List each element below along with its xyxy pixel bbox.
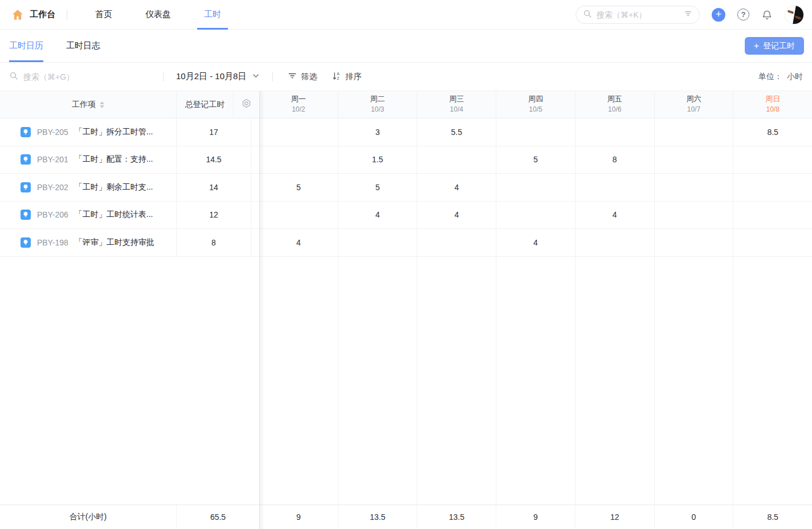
sort-button[interactable]: A Z 排序 [332,71,361,83]
item-code: PBY-205 [37,128,68,137]
hour-cell[interactable] [733,146,812,174]
filter-label: 筛选 [301,72,317,82]
hour-cell[interactable] [496,202,576,229]
hour-cell[interactable]: 5 [338,174,418,201]
sort-az-icon: A Z [332,71,341,83]
day-name: 周一 [291,94,306,105]
work-item-cell[interactable]: PBY-198 「评审」工时支持审批 [0,229,177,256]
hour-cell[interactable] [496,118,576,146]
hour-cell[interactable]: 3 [338,118,418,146]
hour-cell[interactable] [417,146,496,174]
hour-cell[interactable]: 4 [576,202,655,229]
total-column-label: 总登记工时 [185,100,225,110]
day-column-header: 周六 10/7 [655,91,734,118]
top-bar: 工作台 首页 仪表盘 工时 + ? [0,0,812,30]
search-filter-icon[interactable] [684,9,692,20]
toolbar-divider [272,72,273,81]
day-name: 周三 [449,94,464,105]
nav-item-worktime[interactable]: 工时 [201,0,225,30]
day-column-header-sunday: 周日 10/8 [733,91,812,118]
item-title: 「工时」拆分工时管... [75,127,153,137]
row-total-cell: 12 [177,202,251,229]
hour-cell[interactable] [655,174,734,201]
hour-cell[interactable]: 1.5 [338,146,418,174]
date-range-label: 10月2日 - 10月8日 [176,71,246,82]
nav-item-dashboard[interactable]: 仪表盘 [142,0,174,30]
work-item-cell[interactable]: PBY-201 「工时」配置：支持... [0,146,177,174]
tab-worktime-calendar[interactable]: 工时日历 [9,30,43,62]
hour-cell[interactable] [733,229,812,256]
footer-day-total: 12 [576,505,655,529]
empty-day-column [417,257,496,505]
global-search-box[interactable] [576,6,700,24]
hour-cell[interactable] [655,118,734,146]
column-header-item[interactable]: 工作项 [0,91,177,118]
hour-cell[interactable] [733,202,812,229]
user-avatar[interactable] [785,5,804,24]
hour-cell[interactable]: 4 [496,229,576,256]
spacer [251,174,259,201]
home-icon[interactable] [11,9,24,21]
hour-cell[interactable]: 4 [417,202,496,229]
filter-icon [288,71,297,82]
work-item-cell[interactable]: PBY-206 「工时」工时统计表... [0,202,177,229]
day-name: 周六 [686,94,701,105]
global-search-input[interactable] [597,10,679,19]
nav-item-home[interactable]: 首页 [92,0,116,30]
hour-cell[interactable] [496,174,576,201]
work-item-cell[interactable]: PBY-202 「工时」剩余工时支... [0,174,177,201]
hour-cell[interactable] [733,174,812,201]
hour-cell[interactable] [576,229,655,256]
footer-day-total: 13.5 [338,505,418,529]
footer-day-total: 9 [496,505,576,529]
item-title: 「评审」工时支持审批 [75,237,154,248]
hour-cell[interactable]: 4 [338,202,418,229]
workspace-switcher[interactable]: 工作台 [30,9,55,20]
hour-cell[interactable]: 8 [576,146,655,174]
day-date: 10/6 [608,105,621,114]
hour-cell[interactable] [338,229,418,256]
footer-grand-total: 65.5 [177,505,259,529]
register-hours-label: 登记工时 [763,41,795,51]
hour-cell[interactable]: 5 [496,146,576,174]
filter-button[interactable]: 筛选 [288,71,317,82]
hour-cell[interactable]: 5 [259,174,338,201]
row-total-cell: 8 [177,229,251,256]
item-title: 「工时」剩余工时支... [75,182,153,192]
hour-cell[interactable] [259,202,338,229]
hour-cell[interactable] [576,118,655,146]
empty-day-column [655,257,734,505]
toolbar-left: 10月2日 - 10月8日 筛选 A Z [9,71,361,83]
hour-cell[interactable] [417,229,496,256]
table-row: PBY-198 「评审」工时支持审批 8 4 4 [0,229,812,257]
day-name: 周五 [607,94,622,105]
hour-cell[interactable] [655,229,734,256]
column-settings-button[interactable] [234,91,259,118]
hour-cell[interactable]: 8.5 [733,118,812,146]
register-hours-button[interactable]: + 登记工时 [745,37,804,55]
work-item-cell[interactable]: PBY-205 「工时」拆分工时管... [0,118,177,146]
hour-cell[interactable] [259,118,338,146]
notifications-bell-icon[interactable] [761,9,773,20]
toolbar-right: 单位： 小时 [758,72,803,82]
hour-cell[interactable] [655,202,734,229]
create-button[interactable]: + [712,8,725,22]
empty-day-column [733,257,812,505]
empty-day-column [338,257,418,505]
hour-cell[interactable]: 5.5 [417,118,496,146]
hour-cell[interactable] [259,146,338,174]
hour-cell[interactable]: 4 [417,174,496,201]
day-name: 周二 [370,94,385,105]
hour-cell[interactable]: 4 [259,229,338,256]
table-search-input[interactable] [23,72,163,81]
help-icon[interactable]: ? [737,9,749,20]
hour-cell[interactable] [576,174,655,201]
timesheet-table: 工作项 总登记工时 周一 10/2 周二 10/3 周三 10/4 [0,91,812,529]
unit-value-selector[interactable]: 小时 [787,72,803,82]
table-row: PBY-206 「工时」工时统计表... 12 4 4 4 [0,202,812,229]
table-search-box[interactable] [9,71,163,83]
date-range-selector[interactable]: 10月2日 - 10月8日 [176,71,260,82]
unit-label: 单位： [758,72,782,82]
hour-cell[interactable] [655,146,734,174]
tab-worktime-log[interactable]: 工时日志 [66,30,100,62]
